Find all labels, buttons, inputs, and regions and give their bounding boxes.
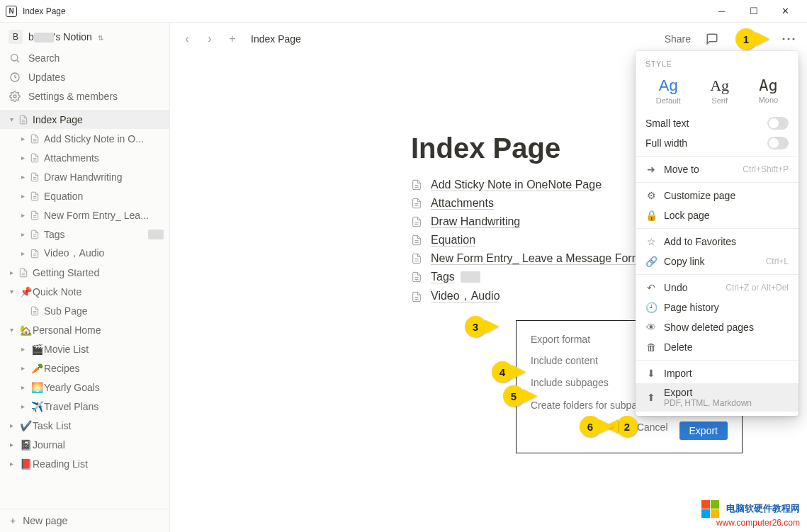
document-icon — [411, 234, 425, 246]
tree-toggle-icon[interactable]: ▸ — [16, 192, 30, 200]
new-page-button[interactable]: + New page — [0, 509, 169, 532]
menu-item-label: Customize page — [664, 190, 789, 201]
svg-point-26 — [788, 38, 790, 40]
close-button[interactable]: ✕ — [769, 1, 801, 21]
tree-toggle-icon[interactable]: ▾ — [4, 115, 18, 123]
tree-item[interactable]: ▸🥕Recipes — [0, 358, 169, 378]
tree-item[interactable]: ▸✔️Task List — [0, 416, 169, 435]
menu-item-icon: ⬇ — [645, 368, 657, 379]
tree-toggle-icon[interactable]: ▸ — [16, 402, 30, 410]
plus-icon: + — [10, 515, 16, 526]
callout-2: 2 — [616, 416, 638, 437]
style-option-mono[interactable]: AgMono — [752, 75, 786, 106]
tree-item[interactable]: ▸📓Journal — [0, 435, 169, 454]
tree-item-label: Sub Page — [44, 305, 164, 317]
workspace-switcher[interactable]: B b's Notion ⇅ — [0, 26, 169, 48]
callout-5: 5 — [503, 385, 524, 407]
tree-item-label: Reading List — [33, 458, 164, 470]
menu-item-page-history[interactable]: 🕘Page history — [636, 298, 798, 317]
menu-item-add-to-favorites[interactable]: ☆Add to Favorites — [636, 232, 798, 251]
more-icon[interactable] — [779, 29, 798, 49]
sidebar-settings[interactable]: Settings & members — [0, 86, 169, 106]
page-link-label: Equation — [431, 234, 475, 247]
menu-item-undo[interactable]: ↶UndoCtrl+Z or Alt+Del — [636, 278, 798, 298]
search-icon — [9, 52, 21, 64]
tree-item[interactable]: ▸✈️Travel Plans — [0, 397, 169, 416]
export-confirm-button[interactable]: Export — [679, 421, 728, 440]
tree-item[interactable]: Sub Page — [0, 301, 169, 320]
sidebar-search[interactable]: Search — [0, 48, 169, 67]
menu-item-export[interactable]: ⬆ExportPDF, HTML, Markdown — [636, 383, 798, 412]
tree-item[interactable]: ▸New Form Entry_ Lea... — [0, 205, 169, 225]
tree-toggle-icon[interactable]: ▸ — [4, 421, 18, 429]
tree-item[interactable]: ▸Equation — [0, 186, 169, 205]
tree-item[interactable]: ▸🌅Yearly Goals — [0, 378, 169, 397]
tree-toggle-icon[interactable]: ▸ — [4, 441, 18, 448]
menu-item-lock-page[interactable]: 🔒Lock page — [636, 205, 798, 225]
tree-item-icon: 🎬 — [30, 344, 44, 355]
full-width-toggle[interactable] — [767, 137, 789, 149]
maximize-button[interactable]: ☐ — [738, 1, 769, 21]
tree-item[interactable]: ▾Index Page — [0, 110, 169, 129]
tree-toggle-icon[interactable]: ▸ — [4, 460, 18, 468]
tree-toggle-icon[interactable]: ▾ — [4, 326, 18, 334]
menu-item-import[interactable]: ⬇Import — [636, 363, 798, 383]
tree-item[interactable]: ▸📕Reading List — [0, 454, 169, 473]
sidebar-updates[interactable]: Updates — [0, 67, 169, 86]
tree-item-label: Journal — [33, 439, 164, 451]
share-button[interactable]: Share — [659, 30, 696, 47]
nav-forward-button[interactable]: › — [201, 30, 218, 47]
small-text-toggle[interactable] — [767, 117, 789, 130]
tree-item[interactable]: ▸Add Sticky Note in O... — [0, 129, 169, 148]
menu-item-customize-page[interactable]: ⚙Customize page — [636, 186, 798, 205]
tree-toggle-icon[interactable]: ▸ — [16, 154, 30, 162]
tree-item-label: Movie List — [44, 344, 164, 355]
breadcrumb[interactable]: Index Page — [251, 33, 301, 45]
tree-item[interactable]: ▸Attachments — [0, 148, 169, 167]
svg-point-3 — [13, 95, 16, 98]
nav-back-button[interactable]: ‹ — [179, 30, 196, 47]
tree-item[interactable]: ▾📌Quick Note — [0, 282, 169, 301]
menu-item-label: Export — [664, 387, 789, 398]
comments-icon[interactable] — [702, 29, 722, 49]
tree-toggle-icon[interactable]: ▸ — [16, 135, 30, 142]
tree-toggle-icon[interactable]: ▸ — [4, 268, 18, 276]
tree-item-icon — [30, 153, 44, 163]
menu-item-show-deleted-pages[interactable]: 👁Show deleted pages — [636, 317, 798, 337]
tree-toggle-icon[interactable]: ▸ — [16, 230, 30, 238]
menu-item-label: Undo — [664, 282, 718, 293]
minimize-button[interactable]: ─ — [706, 1, 738, 21]
tree-item[interactable]: ▸Tags — [0, 225, 169, 244]
tree-item[interactable]: ▸Getting Started — [0, 263, 169, 282]
workspace-name: b's Notion ⇅ — [28, 31, 103, 43]
tree-item-label: Quick Note — [33, 286, 164, 298]
tree-toggle-icon[interactable]: ▸ — [16, 364, 30, 372]
tree-toggle-icon[interactable]: ▾ — [4, 288, 18, 295]
tree-item[interactable]: ▾🏡Personal Home — [0, 320, 169, 339]
menu-item-copy-link[interactable]: 🔗Copy linkCtrl+L — [636, 251, 798, 271]
tree-toggle-icon[interactable]: ▸ — [16, 383, 30, 391]
menu-item-move-to[interactable]: ➜Move toCtrl+Shift+P — [636, 159, 798, 179]
menu-item-delete[interactable]: 🗑Delete — [636, 337, 798, 357]
tree-toggle-icon[interactable]: ▸ — [16, 249, 30, 257]
tree-item-label: Recipes — [44, 363, 164, 374]
svg-point-0 — [11, 54, 18, 60]
menu-item-icon: ⚙ — [645, 190, 657, 201]
add-page-button[interactable]: + — [224, 30, 241, 47]
tree-toggle-icon[interactable]: ▸ — [16, 345, 30, 353]
menu-item-icon: ⬆ — [645, 392, 657, 403]
tree-item[interactable]: ▸🎬Movie List — [0, 339, 169, 358]
tree-item-icon: ✈️ — [30, 401, 44, 412]
style-option-serif[interactable]: AgSerif — [703, 75, 736, 106]
tree-item-icon — [18, 268, 33, 278]
style-option-default[interactable]: AgDefault — [649, 75, 688, 106]
page-link-label: Video，Audio — [431, 289, 500, 304]
tree-toggle-icon[interactable]: ▸ — [16, 211, 30, 219]
tree-item[interactable]: ▸Video，Audio — [0, 244, 169, 263]
tree-toggle-icon[interactable]: ▸ — [16, 173, 30, 181]
chevron-updown-icon: ⇅ — [98, 34, 103, 42]
tree-item-label: Attachments — [44, 152, 164, 164]
tree-item[interactable]: ▸Draw Handwriting — [0, 167, 169, 186]
export-cancel-button[interactable]: Cancel — [637, 421, 668, 440]
menu-item-label: Copy link — [664, 256, 759, 267]
